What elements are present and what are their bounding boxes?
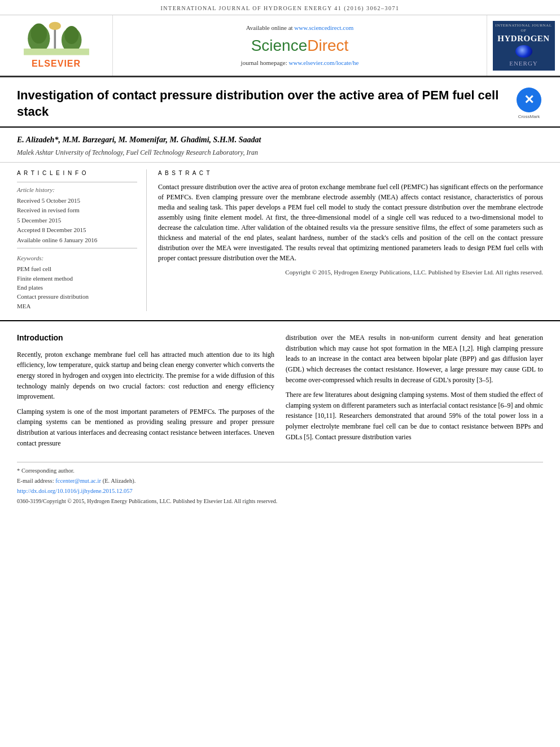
abstract-label: A B S T R A C T: [158, 169, 543, 177]
available-online-date: Available online 6 January 2016: [17, 236, 137, 244]
intro-para1: Recently, proton exchange membrane fuel …: [17, 350, 274, 402]
center-branding: Available online at www.sciencedirect.co…: [113, 15, 487, 76]
accepted-date: Accepted 8 December 2015: [17, 226, 137, 234]
he-logo-box: International Journal of HYDROGEN ENERGY: [493, 21, 555, 71]
article-info-label: A R T I C L E I N F O: [17, 169, 137, 177]
content-area: A R T I C L E I N F O Article history: R…: [0, 163, 560, 322]
article-title-section: Investigation of contact pressure distri…: [0, 77, 560, 128]
corresponding-author-note: * Corresponding author.: [17, 467, 543, 475]
received-revised-date: 5 December 2015: [17, 216, 137, 225]
keywords-label: Keywords:: [17, 254, 137, 263]
he-energy-text: ENERGY: [509, 59, 538, 68]
crossmark-label: CrossMark: [518, 113, 540, 120]
he-hydrogen-text: HYDROGEN: [497, 34, 549, 43]
svg-point-4: [30, 23, 47, 43]
affiliation-line: Malek Ashtar University of Technology, F…: [17, 148, 543, 158]
abstract-text: Contact pressure distribution over the a…: [158, 182, 543, 277]
intro-para2: Clamping system is one of the most impor…: [17, 407, 274, 448]
elsevier-brand-text: ELSEVIER: [32, 58, 81, 70]
article-info: A R T I C L E I N F O Article history: R…: [17, 169, 147, 312]
he-intl-text: International Journal of: [495, 23, 553, 34]
doi-footnote: http://dx.doi.org/10.1016/j.ijhydene.201…: [17, 487, 543, 496]
intro-right-para1: distribution over the MEA results in non…: [286, 333, 543, 385]
two-column-layout: Introduction Recently, proton exchange m…: [17, 333, 543, 453]
intro-right-para2: There are few literatures about designin…: [286, 390, 543, 442]
main-body: Introduction Recently, proton exchange m…: [0, 321, 560, 517]
email-suffix: (E. Alizadeh).: [103, 478, 136, 484]
svg-point-6: [64, 26, 78, 44]
journal-homepage-text: journal homepage: www.elsevier.com/locat…: [241, 59, 359, 67]
homepage-url[interactable]: www.elsevier.com/locate/he: [289, 59, 359, 66]
intro-title: Introduction: [17, 333, 274, 344]
keywords-divider: [17, 248, 137, 248]
elsevier-tree-icon: [20, 21, 93, 55]
keyword-2: Finite element method: [17, 274, 137, 283]
footnote-area: * Corresponding author. E-mail address: …: [17, 462, 543, 505]
authors-section: E. Alizadeh*, M.M. Barzegari, M. Momenif…: [0, 128, 560, 162]
he-logo-circle-icon: [515, 45, 532, 58]
col-right: distribution over the MEA results in non…: [286, 333, 543, 453]
keyword-1: PEM fuel cell: [17, 265, 137, 273]
crossmark-icon: ✕: [517, 88, 541, 112]
email-link[interactable]: fccenter@mut.ac.ir: [55, 478, 101, 484]
received-revised-label: Received in revised form: [17, 206, 137, 215]
col-left: Introduction Recently, proton exchange m…: [17, 333, 274, 453]
history-label: Article history:: [17, 186, 137, 194]
sciencedirect-logo: ScienceDirect: [251, 34, 349, 56]
keyword-3: End plates: [17, 283, 137, 292]
sciencedirect-url[interactable]: www.sciencedirect.com: [294, 24, 353, 31]
keywords-section: Keywords: PEM fuel cell Finite element m…: [17, 254, 137, 311]
crossmark-badge: ✕ CrossMark: [515, 88, 543, 120]
available-online-text: Available online at www.sciencedirect.co…: [246, 24, 354, 32]
authors-line: E. Alizadeh*, M.M. Barzegari, M. Momenif…: [17, 134, 543, 146]
email-footnote: E-mail address: fccenter@mut.ac.ir (E. A…: [17, 477, 543, 486]
doi-link[interactable]: http://dx.doi.org/10.1016/j.ijhydene.201…: [17, 488, 133, 494]
hydrogen-energy-logo: International Journal of HYDROGEN ENERGY: [487, 15, 560, 76]
keyword-5: MEA: [17, 302, 137, 311]
copyright-text: Copyright © 2015, Hydrogen Energy Public…: [158, 268, 543, 277]
info-divider: [17, 182, 137, 182]
article-title: Investigation of contact pressure distri…: [17, 88, 515, 120]
abstract-paragraph: Contact pressure distribution over the a…: [158, 182, 543, 263]
journal-header: INTERNATIONAL JOURNAL OF HYDROGEN ENERGY…: [0, 0, 560, 15]
abstract-section: A B S T R A C T Contact pressure distrib…: [158, 169, 543, 312]
footer-copyright-text: 0360-3199/Copyright © 2015, Hydrogen Ene…: [17, 497, 543, 505]
branding-area: ELSEVIER Available online at www.science…: [0, 15, 560, 77]
svg-rect-7: [24, 49, 89, 55]
keyword-4: Contact pressure distribution: [17, 292, 137, 301]
svg-point-2: [49, 22, 60, 30]
elsevier-logo: ELSEVIER: [0, 15, 113, 76]
received-date: Received 5 October 2015: [17, 196, 137, 205]
